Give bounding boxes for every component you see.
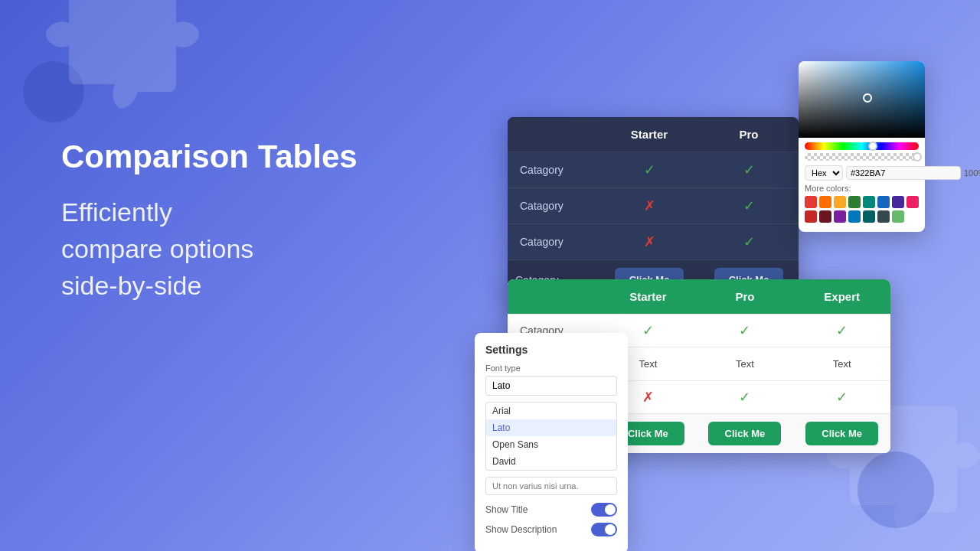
green-table-expert-button[interactable]: Click Me [805, 422, 878, 445]
font-type-label: Font type [485, 364, 617, 373]
color-swatch[interactable] [892, 196, 904, 208]
check-icon: ✓ [743, 162, 755, 178]
color-swatch[interactable] [906, 196, 919, 208]
color-swatch[interactable] [805, 196, 817, 208]
color-hex-row: Hex 100% [805, 165, 919, 181]
settings-title: Settings [485, 344, 617, 356]
row3-col3: ✓ [699, 224, 799, 260]
grow4-col3: Click Me [697, 414, 794, 454]
table-row: Catagory ✓ ✓ [508, 152, 799, 188]
cross-icon: ✗ [642, 390, 654, 405]
toggle-knob [605, 504, 616, 515]
dark-table: Starter Pro Catagory ✓ ✓ Catagory ✗ ✓ Ca… [508, 117, 799, 299]
color-picker-dot[interactable] [863, 93, 872, 103]
show-title-toggle[interactable] [591, 503, 617, 517]
color-swatch[interactable] [848, 210, 861, 223]
color-swatch[interactable] [877, 196, 890, 208]
color-swatch[interactable] [848, 196, 861, 208]
color-picker[interactable]: Hex 100% More colors: [799, 61, 925, 232]
green-table-col3-header: Pro [697, 279, 794, 315]
show-description-toggle[interactable] [591, 523, 617, 536]
row1-label: Catagory [508, 152, 599, 188]
color-format-select[interactable]: Hex [805, 165, 843, 181]
color-swatch[interactable] [863, 196, 875, 208]
opacity-value: 100% [964, 168, 980, 178]
check-icon: ✓ [644, 162, 655, 178]
hex-value-input[interactable] [846, 166, 961, 180]
table-row: Catagory ✗ ✓ [508, 188, 799, 224]
cross-icon: ✗ [644, 198, 655, 214]
font-select-wrapper: Lato Arial Open Sans David [485, 376, 617, 396]
grow3-col3: ✓ [697, 381, 794, 414]
row1-col3: ✓ [699, 152, 799, 188]
color-swatch[interactable] [819, 210, 831, 223]
left-content: Comparison Tables Efficiently compare op… [61, 138, 358, 304]
dark-table-col2-header: Starter [599, 117, 699, 152]
color-swatch[interactable] [834, 210, 846, 223]
check-icon: ✓ [739, 390, 750, 405]
row2-col2: ✗ [599, 188, 699, 224]
check-icon: ✓ [836, 390, 848, 405]
alpha-thumb[interactable] [913, 152, 922, 161]
check-icon: ✓ [836, 323, 848, 338]
alpha-slider[interactable] [805, 153, 919, 161]
color-swatch[interactable] [877, 210, 890, 223]
color-swatch[interactable] [834, 196, 846, 208]
color-swatch[interactable] [892, 210, 904, 223]
more-colors-label: More colors: [805, 184, 919, 193]
settings-panel: Settings Font type Lato Arial Open Sans … [475, 333, 628, 551]
color-swatches [805, 196, 919, 223]
color-swatch[interactable] [863, 210, 875, 223]
color-gradient[interactable] [799, 61, 925, 138]
font-preview-input[interactable] [485, 477, 617, 495]
grow2-col3: Text [697, 347, 794, 381]
subtitle: Efficiently compare options side-by-side [61, 194, 358, 304]
row1-col2: ✓ [599, 152, 699, 188]
table-row: Catagory ✗ ✓ [508, 224, 799, 260]
grow3-col4: ✓ [793, 381, 890, 414]
dark-table-col3-header: Pro [699, 117, 799, 152]
hue-thumb[interactable] [868, 142, 877, 151]
green-table-col4-header: Expert [793, 279, 890, 315]
row2-label: Catagory [508, 188, 599, 224]
show-description-row: Show Description [485, 523, 617, 536]
cross-icon: ✗ [644, 234, 655, 249]
toggle-knob [605, 524, 616, 535]
show-description-label: Show Description [485, 524, 557, 535]
font-option-lato[interactable]: Lato [486, 419, 616, 436]
row3-col2: ✗ [599, 224, 699, 260]
hue-slider[interactable] [805, 142, 919, 150]
grow4-col4: Click Me [793, 414, 890, 454]
dark-table-col1-header [508, 117, 599, 152]
grow1-col4: ✓ [793, 315, 890, 347]
page-title: Comparison Tables [61, 138, 358, 176]
font-dropdown: Arial Lato Open Sans David [485, 402, 617, 471]
check-icon: ✓ [642, 323, 654, 338]
green-table-col2-header: Starter [599, 279, 697, 315]
green-table-col1-header [508, 279, 599, 315]
grow2-col4: Text [793, 347, 890, 381]
grow1-col3: ✓ [697, 315, 794, 347]
check-icon: ✓ [739, 323, 750, 338]
check-icon: ✓ [743, 234, 755, 249]
font-option-arial[interactable]: Arial [486, 403, 616, 419]
font-option-opensans[interactable]: Open Sans [486, 436, 616, 453]
check-icon: ✓ [743, 198, 755, 214]
font-type-select[interactable]: Lato Arial Open Sans David [485, 376, 617, 396]
row2-col3: ✓ [699, 188, 799, 224]
show-title-row: Show Title [485, 503, 617, 517]
color-swatch[interactable] [819, 196, 831, 208]
dark-table-container: Starter Pro Catagory ✓ ✓ Catagory ✗ ✓ Ca… [508, 117, 799, 299]
bg-puzzle-tl [46, 0, 214, 138]
show-title-label: Show Title [485, 504, 528, 515]
row3-label: Catagory [508, 224, 599, 260]
bg-circle-br [858, 452, 934, 528]
green-table-pro-button[interactable]: Click Me [708, 422, 781, 445]
color-swatch[interactable] [805, 210, 817, 223]
font-option-david[interactable]: David [486, 453, 616, 470]
